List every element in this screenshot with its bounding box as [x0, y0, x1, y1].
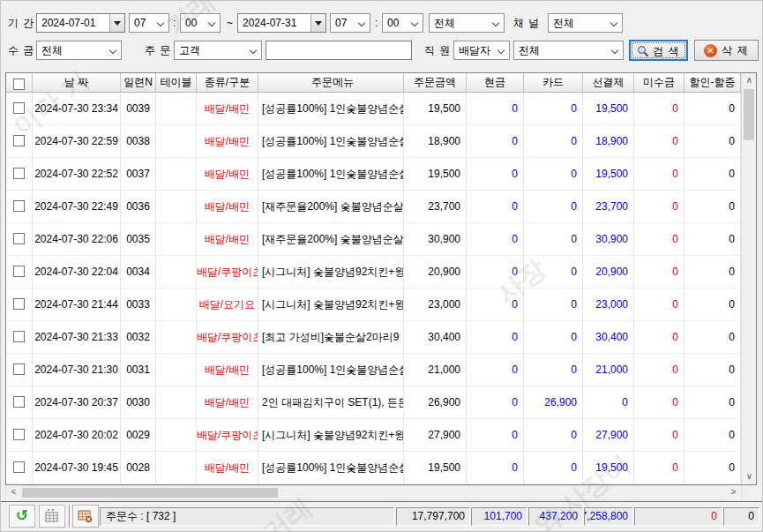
cell-prepaid: 19,500	[583, 452, 634, 483]
cell-menu: [재주문율200%] 숯불양념순살	[258, 223, 404, 255]
cell-discount: 0	[684, 288, 741, 320]
row-checkbox[interactable]	[6, 256, 33, 288]
dropdown-arrow-icon[interactable]	[310, 14, 325, 32]
cell-cash: 0	[467, 191, 524, 222]
table-row[interactable]: 2024-07-30 22:060035배달/배민[재주문율200%] 숯불양념…	[6, 223, 756, 256]
hour-to-select[interactable]: 07	[330, 13, 370, 33]
horizontal-scrollbar[interactable]: < >	[5, 485, 742, 500]
header-prepaid[interactable]: 선결제	[583, 73, 634, 93]
select-all-checkbox[interactable]	[6, 73, 33, 93]
cell-table	[156, 288, 197, 320]
dropdown-arrow-icon[interactable]	[109, 14, 124, 32]
cell-unpaid: 0	[634, 191, 684, 222]
vertical-scrollbar-thumb[interactable]	[744, 89, 754, 140]
cell-serial: 0029	[121, 419, 156, 451]
row-checkbox[interactable]	[6, 288, 33, 320]
cell-unpaid: 0	[634, 125, 684, 157]
cell-cash: 0	[467, 288, 524, 320]
cell-date: 2024-07-30 22:06	[33, 223, 121, 255]
cell-date: 2024-07-30 20:37	[33, 386, 121, 418]
cell-discount: 0	[684, 191, 741, 222]
table-row[interactable]: 2024-07-30 22:040034배달/쿠팡이츠[시그니처] 숯불양념92…	[6, 256, 756, 288]
header-amount[interactable]: 주문금액	[404, 73, 467, 93]
cell-type: 배달/쿠팡이츠	[197, 321, 258, 353]
cell-cash: 0	[467, 386, 524, 418]
scroll-down-icon[interactable]: ∨	[742, 469, 757, 484]
header-type[interactable]: 종류/구분	[197, 73, 258, 93]
header-discount[interactable]: 할인-할증	[684, 73, 741, 93]
collect-select[interactable]: 전체	[36, 41, 122, 60]
cell-unpaid: 0	[634, 321, 684, 353]
checkbox-icon	[13, 298, 25, 310]
row-checkbox[interactable]	[6, 354, 33, 386]
table-row[interactable]: 2024-07-30 23:340039배달/배민[성공률100%] 1인숯불양…	[6, 93, 756, 125]
header-cash[interactable]: 현금	[467, 73, 524, 93]
table-row[interactable]: 2024-07-30 21:300031배달/배민[성공률100%] 1인숯불양…	[6, 354, 756, 386]
header-card[interactable]: 카드	[524, 73, 583, 93]
checkbox-icon	[13, 331, 25, 342]
cell-prepaid: 30,400	[583, 321, 634, 353]
table-row[interactable]: 2024-07-30 19:450028배달/배민[성공률100%] 1인숯불양…	[6, 452, 756, 484]
row-checkbox[interactable]	[6, 386, 33, 418]
minute-to-select[interactable]: 00	[382, 13, 423, 33]
scroll-right-icon[interactable]: >	[726, 485, 741, 500]
cell-discount: 0	[684, 93, 741, 124]
table-row[interactable]: 2024-07-30 20:020029배달/쿠팡이츠[시그니처] 숯불양념92…	[6, 419, 756, 452]
cell-card: 0	[524, 256, 583, 288]
cell-cash: 0	[467, 125, 524, 157]
table-row[interactable]: 2024-07-30 21:440033배달/요기요[시그니처] 숯불양념92치…	[6, 288, 756, 321]
delete-rows-button[interactable]	[72, 505, 99, 528]
table-row[interactable]: 2024-07-30 21:330032배달/쿠팡이츠[최고 가성비]숯불순살2…	[6, 321, 756, 354]
staff-type-select[interactable]: 배달자	[453, 41, 510, 60]
cell-amount: 30,400	[404, 321, 467, 353]
cell-discount: 0	[684, 321, 741, 353]
table-row[interactable]: 2024-07-30 22:490036배달/배민[재주문율200%] 숯불양념…	[6, 191, 756, 223]
minute-from-select[interactable]: 00	[180, 13, 221, 33]
hour-from-select[interactable]: 07	[129, 13, 169, 33]
cell-card: 0	[524, 321, 583, 353]
cell-type: 배달/배민	[197, 223, 258, 255]
checkbox-icon	[13, 135, 25, 146]
order-type-select[interactable]: 전체	[429, 13, 505, 33]
scroll-left-icon[interactable]: <	[6, 485, 21, 500]
table-row[interactable]: 2024-07-30 22:590038배달/배민[성공률100%] 1인숯불양…	[6, 125, 756, 158]
order-search-by-select[interactable]: 고객	[174, 41, 262, 60]
header-unpaid[interactable]: 미수금	[634, 73, 684, 93]
row-checkbox[interactable]	[6, 158, 33, 190]
row-checkbox[interactable]	[6, 452, 33, 483]
refresh-icon: ↺	[16, 507, 28, 524]
header-menu[interactable]: 주문메뉴	[258, 73, 404, 93]
channel-select[interactable]: 전체	[548, 13, 623, 33]
order-search-input[interactable]	[266, 41, 412, 60]
collect-label: 수 금	[8, 41, 34, 60]
cell-prepaid: 20,900	[583, 256, 634, 288]
delete-button[interactable]: ✕삭 제	[694, 40, 759, 61]
add-rows-button[interactable]	[39, 505, 65, 528]
date-from-picker[interactable]: 2024-07-01	[36, 13, 125, 33]
checkbox-icon	[13, 79, 25, 90]
row-checkbox[interactable]	[6, 321, 33, 353]
date-to-picker[interactable]: 2024-07-31	[237, 13, 326, 33]
row-checkbox[interactable]	[6, 223, 33, 255]
delete-button-label: 삭 제	[722, 44, 748, 56]
cell-date: 2024-07-30 23:34	[33, 93, 121, 124]
row-checkbox[interactable]	[6, 93, 33, 124]
row-checkbox[interactable]	[6, 419, 33, 451]
cell-table	[156, 419, 197, 451]
header-table[interactable]: 테이블	[156, 73, 197, 93]
row-checkbox[interactable]	[6, 125, 33, 157]
table-row[interactable]: 2024-07-30 20:370030배달/배민2인 대패김치구이 SET(1…	[6, 386, 756, 419]
vertical-scrollbar[interactable]: ∧ ∨	[741, 73, 756, 484]
search-button[interactable]: 검 색	[629, 40, 688, 61]
horizontal-scrollbar-thumb[interactable]	[22, 488, 278, 498]
cell-card: 0	[524, 125, 583, 157]
staff-select[interactable]: 전체	[513, 41, 624, 60]
scroll-up-icon[interactable]: ∧	[742, 73, 757, 88]
total-unpaid: 0	[634, 507, 722, 526]
header-date[interactable]: 날 짜	[33, 73, 121, 93]
refresh-button[interactable]: ↺	[9, 505, 35, 528]
grid-header: 날 짜 일련N 테이블 종류/구분 주문메뉴 주문금액 현금 카드 선결제 미수…	[6, 73, 756, 93]
table-row[interactable]: 2024-07-30 22:520037배달/배민[성공률100%] 1인숯불양…	[6, 158, 756, 191]
row-checkbox[interactable]	[6, 191, 33, 222]
header-serial[interactable]: 일련N	[121, 73, 156, 93]
